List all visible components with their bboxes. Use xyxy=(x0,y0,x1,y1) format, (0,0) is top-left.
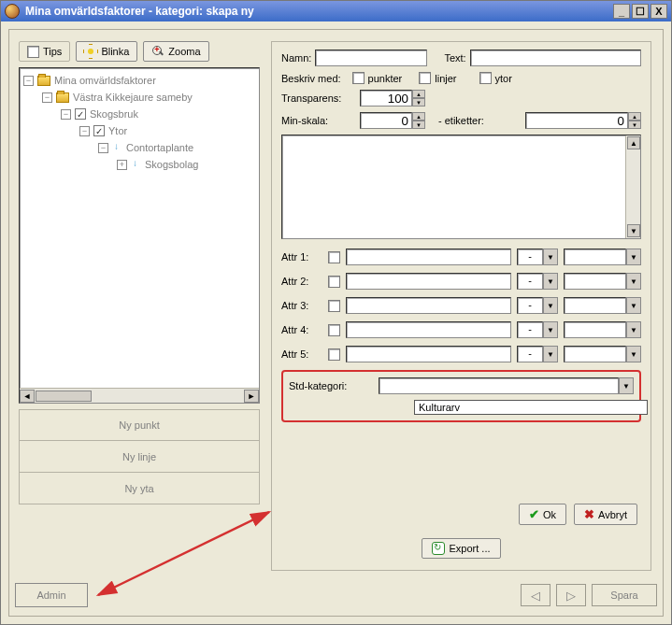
attr2-checkbox[interactable] xyxy=(328,276,340,288)
attr4-input[interactable] xyxy=(346,321,511,338)
namn-input[interactable] xyxy=(315,50,427,66)
checkbox-icon xyxy=(27,46,39,58)
blinka-button[interactable]: Blinka xyxy=(76,41,137,62)
scroll-down-button[interactable]: ▼ xyxy=(627,224,640,237)
etiketter-up-button[interactable]: ▲ xyxy=(628,112,641,121)
text-input[interactable] xyxy=(470,50,641,66)
attr1-input[interactable] xyxy=(346,249,511,265)
std-kategori-block: Std-kategori: ▼ Kulturarv xyxy=(281,370,641,422)
punkter-label: punkter xyxy=(368,73,403,84)
attr2-op-button[interactable]: ▼ xyxy=(543,273,558,290)
tree-hscrollbar[interactable]: ◄ ► xyxy=(20,388,259,403)
maximize-button[interactable]: ☐ xyxy=(632,4,649,19)
tree-toggle[interactable]: − xyxy=(79,126,90,136)
scroll-left-button[interactable]: ◄ xyxy=(20,390,35,403)
magnifier-icon: + xyxy=(151,45,164,58)
attr1-combo-value xyxy=(564,249,626,265)
attr4-op-value: - xyxy=(517,321,543,338)
x-icon: ✖ xyxy=(584,507,594,521)
tree-checkbox[interactable]: ✓ xyxy=(75,108,86,120)
tips-checkbox[interactable]: Tips xyxy=(19,41,70,62)
scroll-thumb[interactable] xyxy=(36,391,92,402)
attr5-checkbox[interactable] xyxy=(328,348,340,361)
tree-toggle[interactable]: + xyxy=(117,160,127,170)
scroll-up-button[interactable]: ▲ xyxy=(627,136,640,149)
transparens-up-button[interactable]: ▲ xyxy=(412,90,425,98)
attr3-combo-button[interactable]: ▼ xyxy=(626,297,641,314)
attr4-checkbox[interactable] xyxy=(328,324,340,336)
attr2-input[interactable] xyxy=(346,273,511,290)
tree-node-root[interactable]: Mina omvärldsfaktorer xyxy=(54,75,156,86)
export-label: Export ... xyxy=(449,543,490,554)
ny-linje-button[interactable]: Ny linje xyxy=(19,441,260,473)
transparens-input[interactable] xyxy=(360,90,412,107)
etiketter-input[interactable] xyxy=(525,112,628,129)
tree-node-skogsbruk[interactable]: Skogsbruk xyxy=(90,108,138,120)
minskala-down-button[interactable]: ▼ xyxy=(412,121,425,129)
attr3-op-button[interactable]: ▼ xyxy=(543,297,558,314)
linjer-checkbox[interactable] xyxy=(419,72,431,84)
tree-toggle[interactable]: − xyxy=(98,143,108,153)
attr5-combo-button[interactable]: ▼ xyxy=(626,346,641,362)
tree-toggle[interactable]: − xyxy=(61,109,71,120)
spara-button[interactable]: Spara xyxy=(592,584,657,606)
std-kategori-dropdown[interactable]: Kulturarv xyxy=(414,400,648,415)
close-button[interactable]: X xyxy=(651,4,667,19)
minskala-input[interactable] xyxy=(360,112,412,129)
tree-node-contorta[interactable]: Contortaplante xyxy=(126,142,193,153)
left-column: Tips Blinka + Zooma − xyxy=(19,41,260,560)
ytor-checkbox[interactable] xyxy=(479,72,492,84)
attr3-input[interactable] xyxy=(346,297,511,314)
etiketter-down-button[interactable]: ▼ xyxy=(628,121,641,129)
description-textarea[interactable]: ▲ ▼ xyxy=(281,135,641,239)
beskriv-label: Beskriv med: xyxy=(281,73,341,84)
std-kategori-option[interactable]: Kulturarv xyxy=(419,402,643,413)
next-button[interactable]: ▷ xyxy=(556,584,586,606)
description-vscrollbar[interactable]: ▲ ▼ xyxy=(625,135,640,238)
avbryt-button[interactable]: ✖ Avbryt xyxy=(574,504,637,525)
attr4-op-button[interactable]: ▼ xyxy=(543,321,558,338)
std-kategori-value xyxy=(379,377,619,394)
std-kategori-button[interactable]: ▼ xyxy=(619,377,634,394)
etiketter-label: - etiketter: xyxy=(438,115,484,126)
ok-button[interactable]: ✔ Ok xyxy=(519,504,566,525)
export-button[interactable]: Export ... xyxy=(422,538,500,559)
attr1-op-button[interactable]: ▼ xyxy=(543,249,558,265)
tree-node-skogsbolag[interactable]: Skogsbolag xyxy=(145,159,199,170)
ny-yta-button[interactable]: Ny yta xyxy=(19,473,260,504)
tree-toggle[interactable]: − xyxy=(42,92,52,103)
transparens-down-button[interactable]: ▼ xyxy=(412,98,425,107)
attr5-op-button[interactable]: ▼ xyxy=(543,346,558,362)
main-panel: Tips Blinka + Zooma − xyxy=(8,29,664,617)
zooma-button[interactable]: + Zooma xyxy=(143,41,208,62)
tips-label: Tips xyxy=(43,46,62,57)
app-window: Mina omvärldsfaktorer - kategori: skapa … xyxy=(0,0,672,625)
transparens-label: Transparens: xyxy=(281,92,356,104)
scroll-right-button[interactable]: ► xyxy=(244,390,259,403)
tree-toggle[interactable]: − xyxy=(23,76,34,86)
attr1-combo-button[interactable]: ▼ xyxy=(626,249,641,265)
attr1-checkbox[interactable] xyxy=(328,251,340,263)
attr3-checkbox[interactable] xyxy=(328,300,340,312)
attr4-combo-button[interactable]: ▼ xyxy=(626,321,641,338)
attr2-combo-button[interactable]: ▼ xyxy=(626,273,641,290)
punkter-checkbox[interactable] xyxy=(352,72,365,84)
attr5-input[interactable] xyxy=(346,346,511,362)
text-label: Text: xyxy=(444,52,465,64)
admin-button[interactable]: Admin xyxy=(15,583,88,607)
tree-panel: − Mina omvärldsfaktorer − Västra Kikkeja… xyxy=(19,67,260,404)
tree-checkbox[interactable]: ✓ xyxy=(93,125,105,136)
bottom-bar: Admin ◁ ▷ Spara xyxy=(15,580,657,610)
minimize-button[interactable]: _ xyxy=(613,4,630,19)
attr4-combo-value xyxy=(564,321,626,338)
tree-node-ytor[interactable]: Ytor xyxy=(108,125,127,136)
avbryt-label: Avbryt xyxy=(598,509,627,520)
ny-punkt-button[interactable]: Ny punkt xyxy=(19,409,260,441)
attr1-label: Attr 1: xyxy=(281,251,322,263)
blinka-label: Blinka xyxy=(101,46,129,57)
tree-node-sameby[interactable]: Västra Kikkejaure sameby xyxy=(73,92,193,103)
prev-button[interactable]: ◁ xyxy=(521,584,550,606)
minskala-up-button[interactable]: ▲ xyxy=(412,112,425,121)
folder-icon xyxy=(37,76,50,86)
zooma-label: Zooma xyxy=(168,46,200,57)
